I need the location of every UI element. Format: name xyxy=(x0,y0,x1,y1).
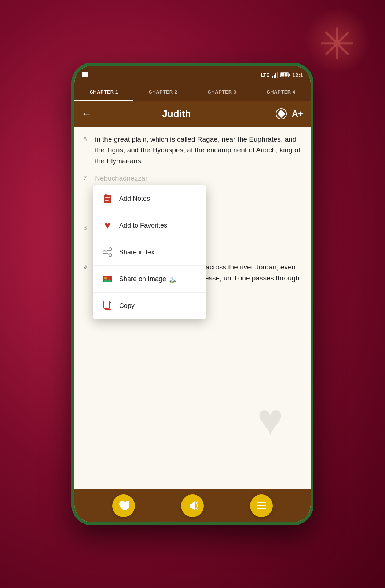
verse-text-6: in the great plain, which is called Raga… xyxy=(95,134,302,166)
copy-label: Copy xyxy=(119,302,135,310)
list-button[interactable] xyxy=(250,494,273,517)
svg-rect-24 xyxy=(257,502,266,503)
menu-add-notes[interactable]: Add Notes xyxy=(93,185,206,212)
context-menu: Add Notes ♥ Add to Favorites xyxy=(93,185,206,319)
phone-frame: LTE 12:1 CHAPTER 1 CHAPTER 2 xyxy=(72,63,314,525)
copy-icon xyxy=(102,300,113,312)
svg-point-15 xyxy=(109,254,112,257)
svg-rect-22 xyxy=(104,301,110,308)
chapter-tabs: CHAPTER 1 CHAPTER 2 CHAPTER 3 CHAPTER 4 xyxy=(74,84,311,101)
svg-rect-9 xyxy=(105,194,107,197)
status-bar: LTE 12:1 xyxy=(74,66,311,84)
top-header: ← Judith A+ xyxy=(74,101,311,127)
svg-point-19 xyxy=(104,277,107,279)
star-decoration: ✳ xyxy=(319,22,356,66)
svg-rect-26 xyxy=(257,508,266,509)
favorite-button[interactable] xyxy=(112,494,135,517)
bottom-bar xyxy=(74,489,311,522)
menu-add-favorites[interactable]: ♥ Add to Favorites xyxy=(93,212,206,239)
brightness-icon[interactable] xyxy=(276,108,287,119)
list-icon xyxy=(256,500,267,512)
back-button[interactable]: ← xyxy=(82,108,92,120)
menu-share-text[interactable]: Share in text xyxy=(93,239,206,266)
svg-rect-0 xyxy=(272,76,273,78)
share-image-icon xyxy=(102,273,113,285)
audio-button[interactable] xyxy=(181,494,204,517)
tab-chapter-3[interactable]: CHAPTER 3 xyxy=(192,84,252,101)
heart-icon xyxy=(118,500,129,512)
signal-icon xyxy=(272,72,278,78)
battery-icon xyxy=(280,72,290,77)
watermark: ♥ xyxy=(237,386,303,453)
phone-screen: LTE 12:1 CHAPTER 1 CHAPTER 2 xyxy=(74,66,311,522)
svg-line-16 xyxy=(106,250,109,251)
lte-indicator: LTE xyxy=(261,72,270,78)
svg-rect-10 xyxy=(105,197,110,198)
clock: 12:1 xyxy=(292,72,303,78)
svg-line-17 xyxy=(106,253,109,254)
share-text-icon xyxy=(102,246,113,258)
menu-copy[interactable]: Copy xyxy=(93,293,206,319)
add-notes-label: Add Notes xyxy=(119,195,150,203)
svg-marker-23 xyxy=(190,501,195,510)
tab-chapter-4[interactable]: CHAPTER 4 xyxy=(252,84,311,101)
status-right: LTE 12:1 xyxy=(261,72,303,78)
svg-rect-3 xyxy=(277,72,278,78)
svg-point-13 xyxy=(109,248,112,251)
header-icons: A+ xyxy=(276,108,303,119)
share-text-label: Share in text xyxy=(119,248,156,256)
tab-chapter-1[interactable]: CHAPTER 1 xyxy=(74,84,133,101)
svg-rect-5 xyxy=(289,74,290,76)
verse-num-6: 6 xyxy=(83,135,95,166)
sd-card-icon xyxy=(82,72,88,77)
verse-6: 6 in the great plain, which is called Ra… xyxy=(83,134,302,166)
menu-share-image[interactable]: Share on Image 🏔️ xyxy=(93,266,206,293)
status-left xyxy=(82,72,88,77)
svg-rect-2 xyxy=(275,73,276,78)
tab-chapter-2[interactable]: CHAPTER 2 xyxy=(133,84,192,101)
svg-rect-25 xyxy=(257,505,266,506)
favorites-icon: ♥ xyxy=(102,219,113,231)
svg-rect-1 xyxy=(274,75,275,78)
content-area: 6 in the great plain, which is called Ra… xyxy=(74,127,311,489)
svg-rect-11 xyxy=(105,199,110,199)
svg-point-14 xyxy=(103,251,106,254)
notes-icon xyxy=(102,193,113,204)
share-image-label: Share on Image 🏔️ xyxy=(119,275,176,283)
svg-rect-12 xyxy=(105,200,109,201)
speaker-icon xyxy=(187,500,198,512)
page-title: Judith xyxy=(98,108,255,120)
add-favorites-label: Add to Favorites xyxy=(119,222,167,229)
font-size-button[interactable]: A+ xyxy=(292,109,303,119)
